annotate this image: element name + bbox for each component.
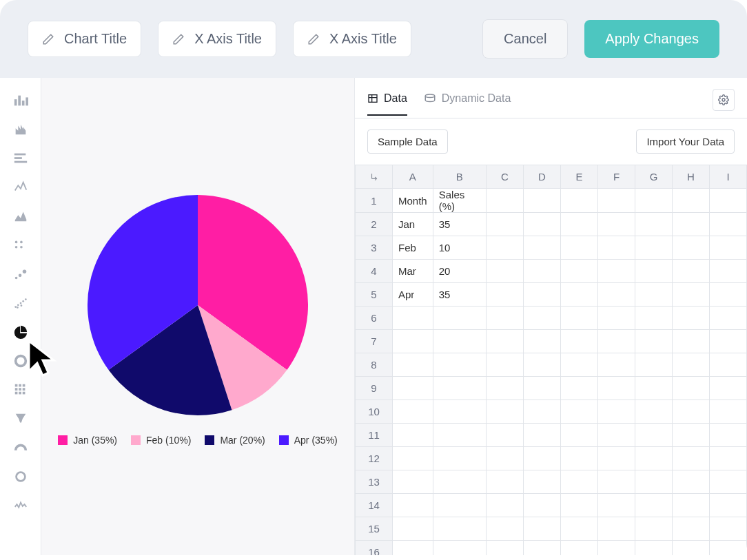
cell[interactable] xyxy=(561,517,598,541)
cell[interactable] xyxy=(635,283,673,307)
cell[interactable] xyxy=(433,424,486,447)
column-header[interactable]: B xyxy=(433,165,486,189)
cell[interactable] xyxy=(433,494,486,517)
cell[interactable]: 35 xyxy=(433,213,486,236)
cell[interactable]: 10 xyxy=(433,236,486,260)
cell[interactable] xyxy=(635,260,673,283)
cell[interactable] xyxy=(635,447,673,470)
cell[interactable] xyxy=(487,400,524,424)
cell[interactable] xyxy=(487,236,524,260)
cell[interactable] xyxy=(393,400,433,424)
tab-data[interactable]: Data xyxy=(367,92,407,116)
cell[interactable] xyxy=(524,307,561,330)
cell[interactable] xyxy=(487,447,524,470)
cell[interactable] xyxy=(673,424,710,447)
cell[interactable]: Jan xyxy=(393,213,433,236)
column-header[interactable]: D xyxy=(524,165,561,189)
cell[interactable] xyxy=(524,400,561,424)
cell[interactable] xyxy=(487,541,524,556)
cell[interactable] xyxy=(673,517,710,541)
row-header[interactable]: 4 xyxy=(356,260,393,283)
row-header[interactable]: 8 xyxy=(356,353,393,377)
cell[interactable] xyxy=(635,424,673,447)
cell[interactable] xyxy=(561,260,598,283)
cell[interactable] xyxy=(710,236,747,260)
cell[interactable] xyxy=(598,307,635,330)
cell[interactable] xyxy=(524,541,561,556)
cell[interactable] xyxy=(710,424,747,447)
cell[interactable] xyxy=(710,400,747,424)
gauge-icon[interactable] xyxy=(7,435,34,461)
cell[interactable] xyxy=(487,424,524,447)
cell[interactable] xyxy=(433,353,486,377)
cell[interactable] xyxy=(598,353,635,377)
cell[interactable] xyxy=(487,307,524,330)
cell[interactable] xyxy=(673,470,710,494)
cell[interactable]: 35 xyxy=(433,283,486,307)
cell[interactable] xyxy=(487,189,524,213)
settings-button[interactable] xyxy=(713,89,735,111)
cell[interactable] xyxy=(598,283,635,307)
cell[interactable] xyxy=(710,353,747,377)
apply-changes-button[interactable]: Apply Changes xyxy=(584,20,719,58)
cell[interactable] xyxy=(635,517,673,541)
cell[interactable] xyxy=(710,189,747,213)
cell[interactable] xyxy=(393,447,433,470)
cell[interactable] xyxy=(598,494,635,517)
cell[interactable] xyxy=(393,424,433,447)
cell[interactable] xyxy=(673,353,710,377)
column-chart-icon[interactable] xyxy=(7,116,34,143)
column-header[interactable]: A xyxy=(393,165,433,189)
cell[interactable] xyxy=(598,213,635,236)
cell[interactable] xyxy=(598,470,635,494)
row-header[interactable]: 11 xyxy=(356,424,393,447)
cell[interactable] xyxy=(524,494,561,517)
cell[interactable] xyxy=(673,283,710,307)
cell[interactable] xyxy=(598,330,635,353)
row-header[interactable]: 6 xyxy=(356,307,393,330)
cell[interactable] xyxy=(393,353,433,377)
cell[interactable] xyxy=(433,470,486,494)
sparkline-icon[interactable] xyxy=(7,492,34,519)
sample-data-button[interactable]: Sample Data xyxy=(367,129,448,154)
cell[interactable] xyxy=(710,541,747,556)
cell[interactable] xyxy=(524,517,561,541)
line-chart-icon[interactable] xyxy=(7,174,34,200)
cell[interactable] xyxy=(635,470,673,494)
cell[interactable] xyxy=(433,377,486,400)
cell[interactable] xyxy=(561,330,598,353)
cell[interactable] xyxy=(710,330,747,353)
cell[interactable] xyxy=(524,353,561,377)
cell[interactable] xyxy=(487,494,524,517)
cell[interactable] xyxy=(433,447,486,470)
cell[interactable] xyxy=(487,470,524,494)
cell[interactable] xyxy=(673,330,710,353)
cell[interactable] xyxy=(433,400,486,424)
area-chart-icon[interactable] xyxy=(7,203,34,229)
row-header[interactable]: 2 xyxy=(356,213,393,236)
cell[interactable] xyxy=(598,377,635,400)
row-header[interactable]: 16 xyxy=(356,541,393,556)
cell[interactable] xyxy=(673,447,710,470)
cell[interactable] xyxy=(524,470,561,494)
cell[interactable] xyxy=(561,424,598,447)
cell[interactable] xyxy=(710,307,747,330)
cell[interactable] xyxy=(393,494,433,517)
bubble-icon[interactable] xyxy=(7,261,34,287)
chart-title-input[interactable]: Chart Title xyxy=(28,21,141,57)
column-header[interactable]: H xyxy=(673,165,710,189)
row-header[interactable]: 14 xyxy=(356,494,393,517)
cell[interactable] xyxy=(710,260,747,283)
cell[interactable] xyxy=(524,260,561,283)
cell[interactable] xyxy=(635,377,673,400)
cell[interactable] xyxy=(635,189,673,213)
cell[interactable] xyxy=(561,447,598,470)
cell[interactable] xyxy=(393,541,433,556)
cell[interactable] xyxy=(710,517,747,541)
cell[interactable] xyxy=(598,189,635,213)
row-header[interactable]: 1 xyxy=(356,189,393,213)
cell[interactable] xyxy=(524,236,561,260)
cell[interactable] xyxy=(635,541,673,556)
cell[interactable] xyxy=(487,260,524,283)
cell[interactable] xyxy=(710,494,747,517)
